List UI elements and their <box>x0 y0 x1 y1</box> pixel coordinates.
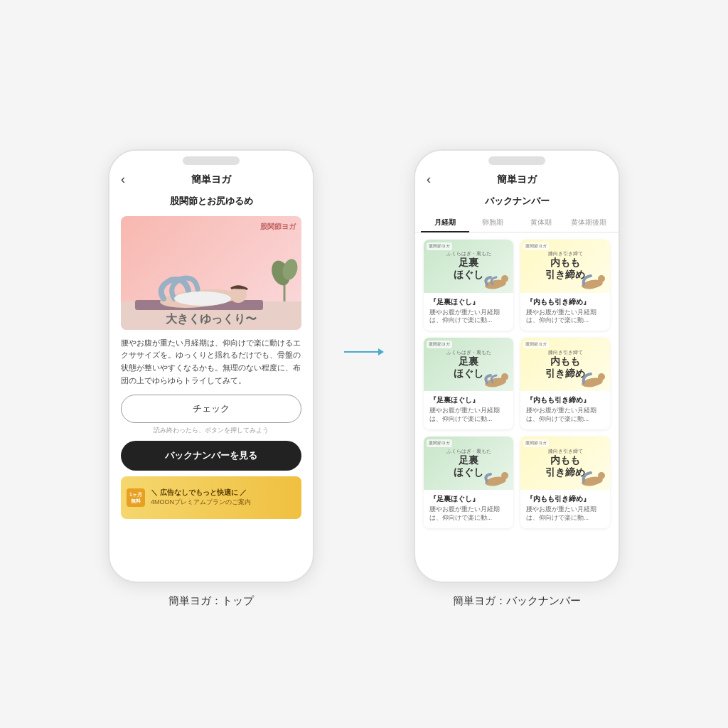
svg-point-17 <box>501 472 508 479</box>
notch-bar-left <box>183 156 240 165</box>
left-phone-label: 簡単ヨガ：トップ <box>168 594 254 608</box>
card-figure-5 <box>480 467 512 488</box>
left-nav-bar: ‹ 簡単ヨガ <box>109 171 313 192</box>
card-desc-2: 腰やお腹が重たい月経期は、仰向けで楽に動... <box>526 309 604 326</box>
yoga-card-1[interactable]: 股関節ヨガ ふくらはぎ・裏もた 足裏 ほぐし <box>424 240 513 331</box>
svg-point-9 <box>501 275 508 282</box>
grid-content: 股関節ヨガ ふくらはぎ・裏もた 足裏 ほぐし <box>415 232 619 582</box>
back-number-button[interactable]: バックナンバーを見る <box>121 441 301 471</box>
left-back-button[interactable]: ‹ <box>121 172 125 187</box>
svg-point-19 <box>598 472 605 479</box>
tabs-row: 月経期 卵胞期 黄体期 黄体期後期 <box>415 213 619 232</box>
card-body-5: 『足裏ほぐし』 腰やお腹が重たい月経期は、仰向けで楽に動... <box>424 490 513 528</box>
connector <box>343 348 385 355</box>
card-label-2: 股関節ヨガ <box>523 242 549 250</box>
left-nav-title: 簡単ヨガ <box>191 173 231 186</box>
tab-follicular[interactable]: 卵胞期 <box>469 213 518 232</box>
phone-notch-left <box>109 151 313 171</box>
cards-grid: 股関節ヨガ ふくらはぎ・裏もた 足裏 ほぐし <box>424 240 610 528</box>
card-label-5: 股関節ヨガ <box>427 439 452 447</box>
phone-notch-right <box>415 151 619 171</box>
right-phone-content: バックナンバー 月経期 卵胞期 黄体期 黄体期後期 <box>415 192 619 582</box>
card-body-6: 『内もも引き締め』 腰やお腹が重たい月経期は、仰向けで楽に動... <box>520 490 610 528</box>
svg-point-4 <box>174 291 231 306</box>
card-image-5: 股関節ヨガ ふくらはぎ・裏もた 足裏 ほぐし <box>424 437 513 490</box>
section-title: バックナンバー <box>415 195 619 208</box>
hero-text-overlay: 大きくゆっくり〜 <box>121 312 301 327</box>
tab-late-luteal[interactable]: 黄体期後期 <box>565 213 614 232</box>
arrow-container <box>344 348 384 355</box>
button-hint: 読み終わったら、ボタンを押してみよう <box>121 426 301 435</box>
check-button[interactable]: チェック <box>121 395 301 423</box>
tab-menstrual[interactable]: 月経期 <box>421 213 469 232</box>
hero-image: 股関節ヨガ <box>121 216 301 330</box>
card-body-4: 『内もも引き締め』 腰やお腹が重たい月経期は、仰向けで楽に動... <box>520 391 610 429</box>
ad-badge-line2: 無料 <box>129 498 142 504</box>
right-phone-wrapper: ‹ 簡単ヨガ バックナンバー 月経期 卵胞期 黄体期 黄体期後期 <box>414 149 620 608</box>
card-title-6: 『内もも引き締め』 <box>526 494 604 504</box>
card-image-3: 股関節ヨガ ふくらはぎ・裏もた 足裏 ほぐし <box>424 338 513 391</box>
left-phone-wrapper: ‹ 簡単ヨガ 股関節とお尻ゆるめ 股関節ヨガ <box>108 149 314 608</box>
right-nav-title: 簡単ヨガ <box>497 173 537 186</box>
phones-row: ‹ 簡単ヨガ 股関節とお尻ゆるめ 股関節ヨガ <box>108 149 620 608</box>
card-title-5: 『足裏ほぐし』 <box>429 494 508 504</box>
card-title-1: 『足裏ほぐし』 <box>429 297 508 307</box>
card-figure-4 <box>577 368 609 390</box>
left-scroll-content: 股関節とお尻ゆるめ 股関節ヨガ <box>109 192 313 582</box>
hero-image-label: 股関節ヨガ <box>260 222 296 232</box>
card-body-3: 『足裏ほぐし』 腰やお腹が重たい月経期は、仰向けで楽に動... <box>424 391 513 429</box>
card-image-1: 股関節ヨガ ふくらはぎ・裏もた 足裏 ほぐし <box>424 240 513 293</box>
card-label-3: 股関節ヨガ <box>427 341 452 348</box>
svg-point-15 <box>598 373 605 380</box>
right-back-button[interactable]: ‹ <box>427 172 431 187</box>
right-phone-label: 簡単ヨガ：バックナンバー <box>453 594 581 608</box>
card-desc-6: 腰やお腹が重たい月経期は、仰向けで楽に動... <box>526 505 604 523</box>
card-image-6: 股関節ヨガ 膝向き引き締て 内もも 引き締め <box>520 437 610 490</box>
card-body-1: 『足裏ほぐし』 腰やお腹が重たい月経期は、仰向けで楽に動... <box>424 293 513 331</box>
right-phone-frame: ‹ 簡単ヨガ バックナンバー 月経期 卵胞期 黄体期 黄体期後期 <box>414 149 620 583</box>
left-phone-frame: ‹ 簡単ヨガ 股関節とお尻ゆるめ 股関節ヨガ <box>108 149 314 583</box>
yoga-card-6[interactable]: 股関節ヨガ 膝向き引き締て 内もも 引き締め <box>520 437 610 528</box>
connector-line <box>344 351 378 353</box>
card-desc-4: 腰やお腹が重たい月経期は、仰向けで楽に動... <box>526 407 604 424</box>
yoga-card-5[interactable]: 股関節ヨガ ふくらはぎ・裏もた 足裏 ほぐし <box>424 437 513 528</box>
card-title-3: 『足裏ほぐし』 <box>429 395 508 405</box>
page-container: ‹ 簡単ヨガ 股関節とお尻ゆるめ 股関節ヨガ <box>14 14 714 728</box>
card-figure-1 <box>480 270 512 291</box>
yoga-card-3[interactable]: 股関節ヨガ ふくらはぎ・裏もた 足裏 ほぐし <box>424 338 513 429</box>
connector-arrowhead <box>378 348 384 355</box>
yoga-card-4[interactable]: 股関節ヨガ 膝向き引き締て 内もも 引き締め <box>520 338 610 429</box>
card-desc-1: 腰やお腹が重たい月経期は、仰向けで楽に動... <box>429 309 508 326</box>
card-label-6: 股関節ヨガ <box>523 439 549 447</box>
card-label-1: 股関節ヨガ <box>427 242 452 250</box>
card-title-4: 『内もも引き締め』 <box>526 395 604 405</box>
card-image-2: 股関節ヨガ 膝向き引き締て 内もも 引き締め <box>520 240 610 293</box>
ad-banner: 1ヶ月 無料 ＼ 広告なしでもっと快適に ／ 4MOONプレミアムプランのご案内 <box>121 476 301 519</box>
ad-title: ＼ 広告なしでもっと快適に ／ <box>151 488 251 498</box>
body-description: 腰やお腹が重たい月経期は、仰向けで楽に動けるエクササイズを。ゆっくりと揺れるだけ… <box>121 337 301 387</box>
right-nav-bar: ‹ 簡単ヨガ <box>415 171 619 192</box>
svg-point-13 <box>501 373 508 380</box>
card-image-4: 股関節ヨガ 膝向き引き締て 内もも 引き締め <box>520 338 610 391</box>
card-title-2: 『内もも引き締め』 <box>526 297 604 307</box>
article-title: 股関節とお尻ゆるめ <box>121 192 301 210</box>
ad-badge: 1ヶ月 無料 <box>127 488 145 507</box>
notch-bar-right <box>488 156 545 165</box>
card-body-2: 『内もも引き締め』 腰やお腹が重たい月経期は、仰向けで楽に動... <box>520 293 610 331</box>
card-figure-3 <box>480 368 512 390</box>
yoga-card-2[interactable]: 股関節ヨガ 膝向き引き締て 内もも 引き締め <box>520 240 610 331</box>
svg-point-11 <box>598 275 605 282</box>
card-desc-3: 腰やお腹が重たい月経期は、仰向けで楽に動... <box>429 407 508 424</box>
tab-luteal[interactable]: 黄体期 <box>517 213 565 232</box>
ad-badge-line1: 1ヶ月 <box>129 491 142 498</box>
card-desc-5: 腰やお腹が重たい月経期は、仰向けで楽に動... <box>429 505 508 523</box>
ad-subtitle: 4MOONプレミアムプランのご案内 <box>151 498 251 507</box>
card-label-4: 股関節ヨガ <box>523 341 549 348</box>
card-figure-6 <box>577 467 609 488</box>
card-figure-2 <box>577 270 609 291</box>
left-phone-content: 股関節とお尻ゆるめ 股関節ヨガ <box>109 192 313 582</box>
ad-text-block: ＼ 広告なしでもっと快適に ／ 4MOONプレミアムプランのご案内 <box>151 488 251 507</box>
